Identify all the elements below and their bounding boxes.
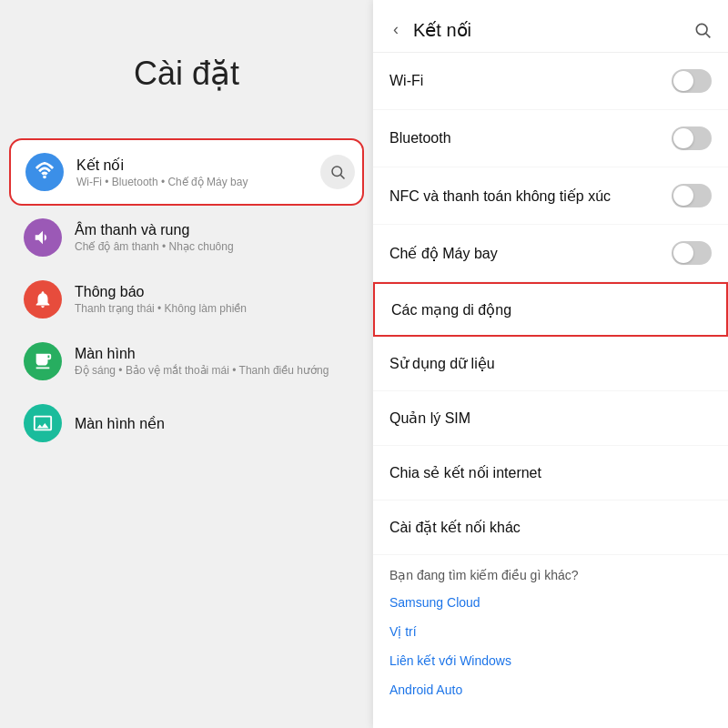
suggestions-label: Bạn đang tìm kiếm điều gì khác? xyxy=(373,555,728,588)
settings-item-am-thanh[interactable]: Âm thanh và rung Chế độ âm thanh • Nhạc … xyxy=(9,207,364,268)
ket-noi-text: Kết nối Wi-Fi • Bluetooth • Chế độ Máy b… xyxy=(76,157,248,188)
menu-item-may-bay[interactable]: Chế độ Máy bay xyxy=(373,225,728,282)
back-button[interactable]: ‹ xyxy=(386,16,406,43)
am-thanh-text: Âm thanh và rung Chế độ âm thanh • Nhạc … xyxy=(75,222,234,253)
man-hinh-nen-icon xyxy=(24,404,62,442)
wifi-toggle[interactable] xyxy=(672,69,712,93)
settings-item-man-hinh-nen[interactable]: Màn hình nền xyxy=(9,393,364,453)
nfc-label: NFC và thanh toán không tiếp xúc xyxy=(389,187,611,205)
submenu-title: Kết nối xyxy=(413,19,693,41)
link-lien-ket-windows[interactable]: Liên kết với Windows xyxy=(373,646,728,675)
man-hinh-icon xyxy=(24,342,62,380)
settings-title: Cài đặt xyxy=(0,0,373,129)
ket-noi-title: Kết nối xyxy=(76,157,248,174)
man-hinh-text: Màn hình Độ sáng • Bảo vệ mắt thoải mái … xyxy=(75,346,329,377)
wifi-label: Wi-Fi xyxy=(389,73,423,89)
may-bay-label: Chế độ Máy bay xyxy=(389,245,498,262)
link-android-auto[interactable]: Android Auto xyxy=(373,675,728,704)
am-thanh-icon xyxy=(24,218,62,257)
settings-item-man-hinh[interactable]: Màn hình Độ sáng • Bảo vệ mắt thoải mái … xyxy=(9,331,364,391)
menu-item-quan-ly-sim[interactable]: Quản lý SIM xyxy=(373,391,728,446)
nfc-toggle[interactable] xyxy=(672,184,712,207)
svg-line-1 xyxy=(340,175,344,178)
bluetooth-toggle[interactable] xyxy=(672,126,712,150)
cai-dat-ket-noi-label: Cài đặt kết nối khác xyxy=(389,519,521,536)
am-thanh-title: Âm thanh và rung xyxy=(75,222,234,238)
bluetooth-label: Bluetooth xyxy=(389,130,451,147)
svg-point-3 xyxy=(696,24,707,35)
may-bay-toggle[interactable] xyxy=(672,241,712,265)
su-dung-du-lieu-label: Sử dụng dữ liệu xyxy=(389,355,495,372)
settings-main-panel: Cài đặt Kết nối Wi-Fi • Bluetooth • Ch xyxy=(0,0,373,728)
man-hinh-nen-text: Màn hình nền xyxy=(75,415,165,432)
thong-bao-icon xyxy=(24,280,62,318)
man-hinh-subtitle: Độ sáng • Bảo vệ mắt thoải mái • Thanh đ… xyxy=(75,364,329,377)
menu-item-su-dung-du-lieu[interactable]: Sử dụng dữ liệu xyxy=(373,337,728,391)
submenu-header: ‹ Kết nối xyxy=(373,0,728,53)
ket-noi-icon xyxy=(25,153,64,191)
main-search-button[interactable] xyxy=(320,155,355,189)
menu-item-wifi[interactable]: Wi-Fi xyxy=(373,53,728,110)
man-hinh-nen-title: Màn hình nền xyxy=(75,415,165,432)
am-thanh-subtitle: Chế độ âm thanh • Nhạc chuông xyxy=(75,240,234,253)
menu-item-mang-di-dong[interactable]: Các mạng di động xyxy=(373,282,728,337)
settings-item-ket-noi[interactable]: Kết nối Wi-Fi • Bluetooth • Chế độ Máy b… xyxy=(9,138,364,206)
menu-item-bluetooth[interactable]: Bluetooth xyxy=(373,110,728,167)
svg-line-4 xyxy=(706,33,711,37)
menu-item-cai-dat-ket-noi[interactable]: Cài đặt kết nối khác xyxy=(373,500,728,555)
settings-item-thong-bao[interactable]: Thông báo Thanh trạng thái • Không làm p… xyxy=(9,269,364,329)
thong-bao-subtitle: Thanh trạng thái • Không làm phiền xyxy=(75,302,247,315)
mang-di-dong-label: Các mạng di động xyxy=(391,301,511,318)
quan-ly-sim-label: Quản lý SIM xyxy=(389,410,470,427)
thong-bao-title: Thông báo xyxy=(75,284,247,300)
svg-point-2 xyxy=(43,176,46,179)
man-hinh-title: Màn hình xyxy=(75,346,329,362)
menu-item-chia-se-ket-noi[interactable]: Chia sẻ kết nối internet xyxy=(373,446,728,500)
menu-item-nfc[interactable]: NFC và thanh toán không tiếp xúc xyxy=(373,167,728,225)
submenu-search-button[interactable] xyxy=(693,21,712,39)
ket-noi-subtitle: Wi-Fi • Bluetooth • Chế độ Máy bay xyxy=(76,176,248,188)
submenu-list: Wi-Fi Bluetooth NFC và thanh toán không … xyxy=(373,53,728,728)
ket-noi-submenu-panel: ‹ Kết nối Wi-Fi Bluetooth NFC và thanh t… xyxy=(373,0,728,728)
chia-se-ket-noi-label: Chia sẻ kết nối internet xyxy=(389,464,541,481)
link-samsung-cloud[interactable]: Samsung Cloud xyxy=(373,588,728,617)
settings-item-list: Kết nối Wi-Fi • Bluetooth • Chế độ Máy b… xyxy=(0,138,373,453)
link-vi-tri[interactable]: Vị trí xyxy=(373,617,728,646)
thong-bao-text: Thông báo Thanh trạng thái • Không làm p… xyxy=(75,284,247,315)
svg-point-0 xyxy=(332,167,342,177)
